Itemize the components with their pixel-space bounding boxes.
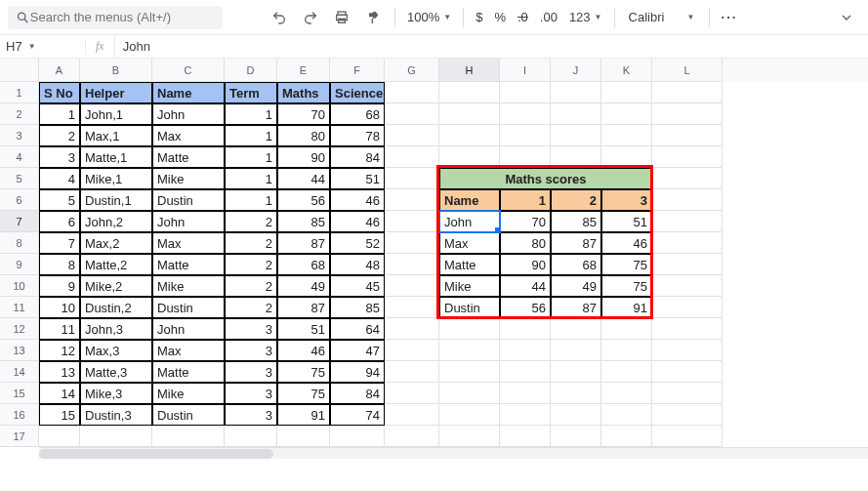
cell-F5[interactable]: 51 [330,168,385,189]
row-header-6[interactable]: 6 [0,189,39,211]
cell-C9[interactable]: Matte [152,254,225,275]
spreadsheet-grid[interactable]: ABCDEFGHIJKL 1S NoHelperNameTermMathsSci… [0,59,868,459]
cell-D12[interactable]: 3 [225,318,277,340]
cell-L1[interactable] [652,82,723,103]
row-header-11[interactable]: 11 [0,297,39,318]
cell-A9[interactable]: 8 [39,254,80,275]
cell-B5[interactable]: Mike,1 [80,168,152,189]
cell-D4[interactable]: 1 [225,146,277,168]
cell-J16[interactable] [551,404,601,426]
cell-D13[interactable]: 3 [225,340,277,361]
cell-F4[interactable]: 84 [330,146,385,168]
cell-I2[interactable] [500,103,551,125]
cell-D5[interactable]: 1 [225,168,277,189]
cell-K2[interactable] [601,103,652,125]
cell-L15[interactable] [652,383,723,404]
cell-E14[interactable]: 75 [277,361,330,383]
cell-A3[interactable]: 2 [39,125,80,146]
cell-A13[interactable]: 12 [39,340,80,361]
cell-A17[interactable] [39,426,80,447]
row-header-13[interactable]: 13 [0,340,39,361]
cell-K9[interactable]: 75 [601,254,652,275]
cell-L5[interactable] [652,168,723,189]
formula-input[interactable]: John [115,39,868,54]
row-header-4[interactable]: 4 [0,146,39,168]
cell-C6[interactable]: Dustin [152,189,225,211]
cell-I4[interactable] [500,146,551,168]
cell-H5[interactable] [439,168,500,189]
cell-C11[interactable]: Dustin [152,297,225,318]
cell-G15[interactable] [385,383,439,404]
cell-B10[interactable]: Mike,2 [80,275,152,297]
cell-E11[interactable]: 87 [277,297,330,318]
cell-D2[interactable]: 1 [225,103,277,125]
row-header-16[interactable]: 16 [0,404,39,426]
row-header-2[interactable]: 2 [0,103,39,125]
cell-G14[interactable] [385,361,439,383]
cell-C17[interactable] [152,426,225,447]
percent-button[interactable]: % [490,10,510,24]
cell-G11[interactable] [385,297,439,318]
cell-G13[interactable] [385,340,439,361]
cell-C14[interactable]: Matte [152,361,225,383]
cell-C7[interactable]: John [152,211,225,232]
row-header-8[interactable]: 8 [0,232,39,254]
cell-H16[interactable] [439,404,500,426]
cell-D17[interactable] [225,426,277,447]
cell-D14[interactable]: 3 [225,361,277,383]
cell-H2[interactable] [439,103,500,125]
cell-K11[interactable]: 91 [601,297,652,318]
name-box[interactable]: H7 ▼ [0,39,86,54]
cell-B17[interactable] [80,426,152,447]
cell-I3[interactable] [500,125,551,146]
cell-H14[interactable] [439,361,500,383]
row-header-10[interactable]: 10 [0,275,39,297]
cell-E15[interactable]: 75 [277,383,330,404]
select-all-corner[interactable] [0,59,39,82]
cell-D7[interactable]: 2 [225,211,277,232]
cell-E6[interactable]: 56 [277,189,330,211]
cell-E4[interactable]: 90 [277,146,330,168]
cell-G3[interactable] [385,125,439,146]
cell-J17[interactable] [551,426,601,447]
cell-F8[interactable]: 52 [330,232,385,254]
column-header-D[interactable]: D [225,59,277,82]
cell-G2[interactable] [385,103,439,125]
cell-L17[interactable] [652,426,723,447]
expand-toolbar-button[interactable] [833,4,860,31]
cell-A15[interactable]: 14 [39,383,80,404]
cell-D10[interactable]: 2 [225,275,277,297]
row-header-17[interactable]: 17 [0,426,39,447]
row-header-15[interactable]: 15 [0,383,39,404]
cell-C13[interactable]: Max [152,340,225,361]
cell-D1[interactable]: Term [225,82,277,103]
cell-F1[interactable]: Science [330,82,385,103]
cell-J5[interactable] [551,168,601,189]
column-header-G[interactable]: G [385,59,439,82]
cell-J13[interactable] [551,340,601,361]
cell-H4[interactable] [439,146,500,168]
cell-E8[interactable]: 87 [277,232,330,254]
cell-L14[interactable] [652,361,723,383]
cell-H10[interactable]: Mike [439,275,500,297]
cell-F6[interactable]: 46 [330,189,385,211]
cell-K8[interactable]: 46 [601,232,652,254]
decrease-decimal-button[interactable]: .0 [514,10,532,24]
more-tools-button[interactable]: ··· [718,10,742,24]
row-header-12[interactable]: 12 [0,318,39,340]
cell-J11[interactable]: 87 [551,297,601,318]
cell-C5[interactable]: Mike [152,168,225,189]
cell-A6[interactable]: 5 [39,189,80,211]
cell-K13[interactable] [601,340,652,361]
zoom-select[interactable]: 100%▼ [403,10,455,24]
cell-A7[interactable]: 6 [39,211,80,232]
cell-K12[interactable] [601,318,652,340]
cell-K4[interactable] [601,146,652,168]
cell-G8[interactable] [385,232,439,254]
cell-I6[interactable]: 1 [500,189,551,211]
cell-H11[interactable]: Dustin [439,297,500,318]
more-formats-button[interactable]: 123▼ [565,10,606,24]
cell-C4[interactable]: Matte [152,146,225,168]
cell-K7[interactable]: 51 [601,211,652,232]
cell-L10[interactable] [652,275,723,297]
